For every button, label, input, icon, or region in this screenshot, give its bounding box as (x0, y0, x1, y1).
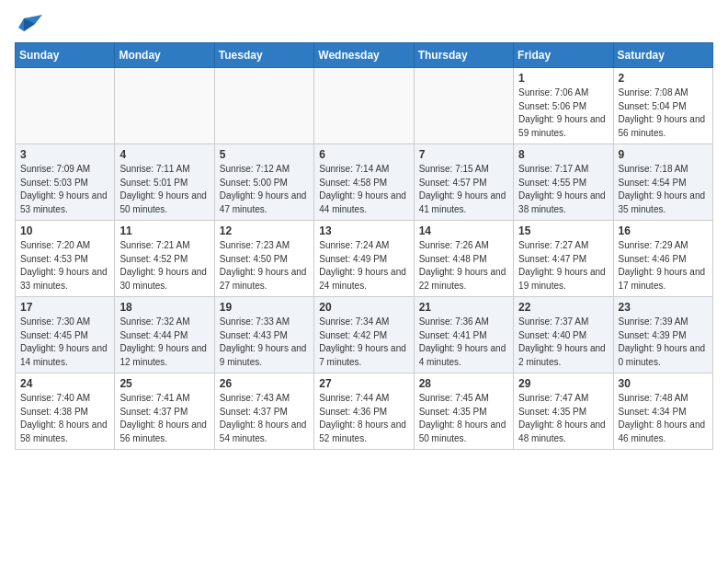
day-number: 1 (518, 72, 608, 85)
calendar-cell: 11Sunrise: 7:21 AM Sunset: 4:52 PM Dayli… (115, 221, 214, 297)
column-header-tuesday: Tuesday (214, 43, 313, 68)
day-info: Sunrise: 7:08 AM Sunset: 5:04 PM Dayligh… (619, 86, 708, 140)
day-number: 29 (518, 377, 608, 390)
calendar-header-row: SundayMondayTuesdayWednesdayThursdayFrid… (16, 43, 713, 68)
calendar-table: SundayMondayTuesdayWednesdayThursdayFrid… (15, 42, 713, 450)
day-number: 2 (619, 72, 708, 85)
column-header-sunday: Sunday (16, 43, 115, 68)
calendar-cell: 14Sunrise: 7:26 AM Sunset: 4:48 PM Dayli… (414, 221, 513, 297)
day-info: Sunrise: 7:45 AM Sunset: 4:35 PM Dayligh… (419, 392, 508, 445)
day-number: 16 (619, 224, 708, 237)
day-number: 5 (220, 148, 309, 161)
day-number: 15 (518, 224, 608, 237)
calendar-cell: 2Sunrise: 7:08 AM Sunset: 5:04 PM Daylig… (613, 68, 712, 144)
calendar-cell (414, 68, 513, 144)
day-number: 8 (518, 148, 608, 161)
day-number: 18 (119, 301, 209, 314)
calendar-week-row: 17Sunrise: 7:30 AM Sunset: 4:45 PM Dayli… (16, 297, 713, 373)
calendar-cell: 3Sunrise: 7:09 AM Sunset: 5:03 PM Daylig… (16, 144, 115, 221)
day-info: Sunrise: 7:33 AM Sunset: 4:43 PM Dayligh… (220, 316, 309, 369)
day-info: Sunrise: 7:15 AM Sunset: 4:57 PM Dayligh… (419, 163, 508, 216)
logo-bird-icon (17, 15, 44, 35)
calendar-cell: 22Sunrise: 7:37 AM Sunset: 4:40 PM Dayli… (514, 297, 613, 373)
calendar-cell: 26Sunrise: 7:43 AM Sunset: 4:37 PM Dayli… (214, 373, 313, 450)
day-info: Sunrise: 7:26 AM Sunset: 4:48 PM Dayligh… (419, 239, 508, 293)
day-number: 22 (518, 301, 608, 314)
calendar-cell: 18Sunrise: 7:32 AM Sunset: 4:44 PM Dayli… (115, 297, 214, 373)
calendar-cell: 5Sunrise: 7:12 AM Sunset: 5:00 PM Daylig… (214, 144, 313, 221)
calendar-week-row: 3Sunrise: 7:09 AM Sunset: 5:03 PM Daylig… (16, 144, 713, 221)
column-header-saturday: Saturday (613, 43, 712, 68)
day-number: 4 (119, 148, 209, 161)
day-info: Sunrise: 7:09 AM Sunset: 5:03 PM Dayligh… (20, 163, 109, 216)
calendar-cell: 20Sunrise: 7:34 AM Sunset: 4:42 PM Dayli… (314, 297, 414, 373)
day-info: Sunrise: 7:30 AM Sunset: 4:45 PM Dayligh… (20, 316, 109, 369)
calendar-cell (115, 68, 214, 144)
calendar-week-row: 1Sunrise: 7:06 AM Sunset: 5:06 PM Daylig… (16, 68, 713, 144)
day-number: 9 (619, 148, 708, 161)
day-number: 11 (119, 224, 209, 237)
calendar-cell: 30Sunrise: 7:48 AM Sunset: 4:34 PM Dayli… (613, 373, 712, 450)
calendar-cell: 7Sunrise: 7:15 AM Sunset: 4:57 PM Daylig… (414, 144, 513, 221)
calendar-cell: 8Sunrise: 7:17 AM Sunset: 4:55 PM Daylig… (514, 144, 613, 221)
day-info: Sunrise: 7:39 AM Sunset: 4:39 PM Dayligh… (619, 316, 708, 369)
column-header-friday: Friday (514, 43, 613, 68)
day-number: 25 (119, 377, 209, 390)
calendar-cell (214, 68, 313, 144)
day-info: Sunrise: 7:27 AM Sunset: 4:47 PM Dayligh… (518, 239, 608, 293)
calendar-cell: 29Sunrise: 7:47 AM Sunset: 4:35 PM Dayli… (514, 373, 613, 450)
day-info: Sunrise: 7:44 AM Sunset: 4:36 PM Dayligh… (319, 392, 408, 445)
day-number: 27 (319, 377, 408, 390)
day-info: Sunrise: 7:41 AM Sunset: 4:37 PM Dayligh… (119, 392, 209, 445)
day-number: 13 (319, 224, 408, 237)
calendar-cell: 6Sunrise: 7:14 AM Sunset: 4:58 PM Daylig… (314, 144, 414, 221)
calendar-cell: 12Sunrise: 7:23 AM Sunset: 4:50 PM Dayli… (214, 221, 313, 297)
calendar-week-row: 24Sunrise: 7:40 AM Sunset: 4:38 PM Dayli… (16, 373, 713, 450)
day-number: 28 (419, 377, 508, 390)
day-number: 10 (20, 224, 109, 237)
calendar-cell: 1Sunrise: 7:06 AM Sunset: 5:06 PM Daylig… (514, 68, 613, 144)
logo (15, 15, 44, 31)
column-header-wednesday: Wednesday (314, 43, 414, 68)
day-info: Sunrise: 7:14 AM Sunset: 4:58 PM Dayligh… (319, 163, 408, 216)
day-number: 24 (20, 377, 109, 390)
calendar-cell: 19Sunrise: 7:33 AM Sunset: 4:43 PM Dayli… (214, 297, 313, 373)
calendar-cell: 25Sunrise: 7:41 AM Sunset: 4:37 PM Dayli… (115, 373, 214, 450)
day-number: 19 (220, 301, 309, 314)
calendar-cell: 21Sunrise: 7:36 AM Sunset: 4:41 PM Dayli… (414, 297, 513, 373)
calendar-cell: 4Sunrise: 7:11 AM Sunset: 5:01 PM Daylig… (115, 144, 214, 221)
day-number: 12 (220, 224, 309, 237)
day-number: 14 (419, 224, 508, 237)
day-info: Sunrise: 7:06 AM Sunset: 5:06 PM Dayligh… (518, 86, 608, 140)
day-number: 6 (319, 148, 408, 161)
calendar-week-row: 10Sunrise: 7:20 AM Sunset: 4:53 PM Dayli… (16, 221, 713, 297)
column-header-thursday: Thursday (414, 43, 513, 68)
column-header-monday: Monday (115, 43, 214, 68)
day-number: 20 (319, 301, 408, 314)
day-info: Sunrise: 7:47 AM Sunset: 4:35 PM Dayligh… (518, 392, 608, 445)
day-number: 17 (20, 301, 109, 314)
day-info: Sunrise: 7:11 AM Sunset: 5:01 PM Dayligh… (119, 163, 209, 216)
day-info: Sunrise: 7:36 AM Sunset: 4:41 PM Dayligh… (419, 316, 508, 369)
calendar-cell: 15Sunrise: 7:27 AM Sunset: 4:47 PM Dayli… (514, 221, 613, 297)
day-info: Sunrise: 7:40 AM Sunset: 4:38 PM Dayligh… (20, 392, 109, 445)
day-info: Sunrise: 7:37 AM Sunset: 4:40 PM Dayligh… (518, 316, 608, 369)
day-info: Sunrise: 7:48 AM Sunset: 4:34 PM Dayligh… (619, 392, 708, 445)
day-info: Sunrise: 7:17 AM Sunset: 4:55 PM Dayligh… (518, 163, 608, 216)
day-info: Sunrise: 7:12 AM Sunset: 5:00 PM Dayligh… (220, 163, 309, 216)
calendar-cell (314, 68, 414, 144)
day-number: 21 (419, 301, 508, 314)
day-info: Sunrise: 7:32 AM Sunset: 4:44 PM Dayligh… (119, 316, 209, 369)
day-number: 23 (619, 301, 708, 314)
day-number: 3 (20, 148, 109, 161)
day-info: Sunrise: 7:23 AM Sunset: 4:50 PM Dayligh… (220, 239, 309, 293)
day-info: Sunrise: 7:21 AM Sunset: 4:52 PM Dayligh… (119, 239, 209, 293)
calendar-cell: 13Sunrise: 7:24 AM Sunset: 4:49 PM Dayli… (314, 221, 414, 297)
calendar-cell: 24Sunrise: 7:40 AM Sunset: 4:38 PM Dayli… (16, 373, 115, 450)
calendar-cell: 23Sunrise: 7:39 AM Sunset: 4:39 PM Dayli… (613, 297, 712, 373)
day-info: Sunrise: 7:18 AM Sunset: 4:54 PM Dayligh… (619, 163, 708, 216)
calendar-cell: 28Sunrise: 7:45 AM Sunset: 4:35 PM Dayli… (414, 373, 513, 450)
calendar-cell: 17Sunrise: 7:30 AM Sunset: 4:45 PM Dayli… (16, 297, 115, 373)
calendar-cell (16, 68, 115, 144)
calendar-cell: 10Sunrise: 7:20 AM Sunset: 4:53 PM Dayli… (16, 221, 115, 297)
